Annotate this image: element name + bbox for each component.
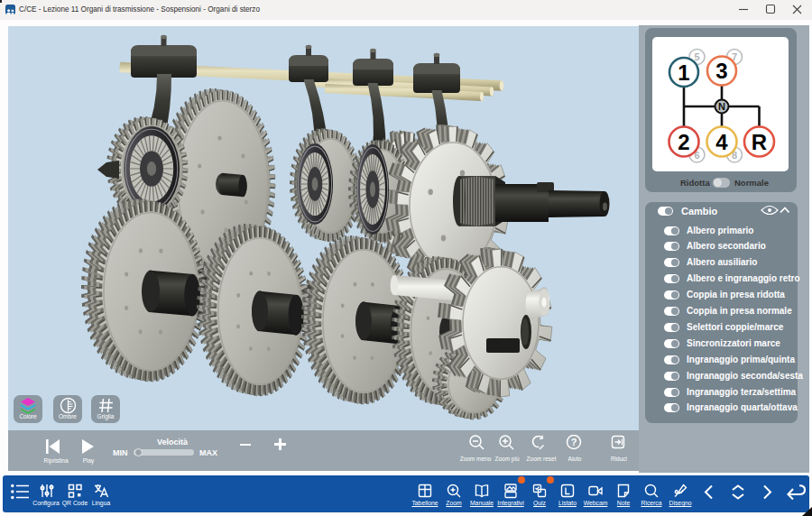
svg-text:3: 3 bbox=[715, 59, 727, 83]
svg-text:1: 1 bbox=[678, 60, 689, 85]
svg-text:4: 4 bbox=[715, 130, 728, 154]
svg-text:?: ? bbox=[571, 437, 577, 447]
svg-text:N: N bbox=[718, 101, 725, 112]
svg-text:R: R bbox=[752, 130, 767, 154]
svg-text:2: 2 bbox=[678, 130, 689, 154]
svg-text:5: 5 bbox=[694, 51, 699, 62]
